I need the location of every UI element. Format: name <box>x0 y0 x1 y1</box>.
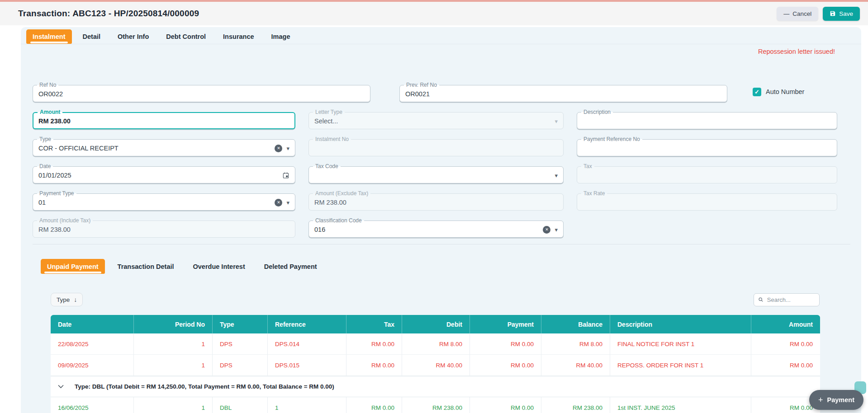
tab-insurance[interactable]: Insurance <box>217 29 261 44</box>
clear-icon[interactable]: ✕ <box>275 145 282 152</box>
column-header-reference[interactable]: Reference <box>268 315 346 333</box>
payment-type-field[interactable]: Payment Type 01 ✕ ▾ <box>33 193 295 211</box>
column-header-debit[interactable]: Debit <box>402 315 470 333</box>
ref-no-value: OR0022 <box>38 90 63 98</box>
cell-period-no: 1 <box>134 355 213 376</box>
collapse-chevron-icon[interactable] <box>58 385 64 389</box>
cell-amount: RM 0.00 <box>751 333 820 355</box>
prev-ref-no-value: OR0021 <box>405 90 430 98</box>
table-row[interactable]: 09/09/2025 1 DPS DPS.015 RM 0.00 RM 40.0… <box>51 355 820 376</box>
column-header-type[interactable]: Type <box>213 315 268 333</box>
header-actions: — Cancel Save <box>777 7 860 21</box>
column-header-period-no[interactable]: Period No <box>134 315 213 333</box>
chevron-down-icon[interactable]: ▾ <box>555 173 558 178</box>
section-divider <box>33 244 850 244</box>
auto-number-checkbox[interactable]: ✓ Auto Number <box>753 88 804 96</box>
save-button[interactable]: Save <box>823 7 860 21</box>
subtab-deleted-payment[interactable]: Deleted Payment <box>258 259 323 274</box>
save-button-label: Save <box>839 10 853 17</box>
instalment-no-label: Instalment No <box>313 136 351 142</box>
payment-reference-no-field[interactable]: Payment Reference No <box>577 139 837 156</box>
amount-exclude-tax-value: RM 238.00 <box>314 199 346 206</box>
cell-balance: RM 238.00 <box>541 397 610 413</box>
cancel-button[interactable]: — Cancel <box>777 7 818 21</box>
cell-period-no: 1 <box>134 333 213 355</box>
subtab-unpaid-payment[interactable]: Unpaid Payment <box>41 259 105 274</box>
cell-description: FINAL NOTICE FOR INST 1 <box>610 333 751 355</box>
payment-reference-no-label: Payment Reference No <box>581 136 642 142</box>
cell-tax: RM 0.00 <box>346 397 402 413</box>
calendar-icon[interactable] <box>282 172 289 179</box>
ref-no-field[interactable]: Ref No OR0022 <box>33 85 370 102</box>
amount-include-tax-field: Amount (Include Tax) RM 238.00 <box>33 221 295 238</box>
description-field[interactable]: Description <box>577 112 837 129</box>
classification-code-field[interactable]: Classification Code 016 ✕ ▾ <box>308 221 564 238</box>
tax-code-field[interactable]: Tax Code ▾ <box>308 166 564 183</box>
cell-date: 22/08/2025 <box>51 333 134 355</box>
amount-include-tax-value: RM 238.00 <box>38 226 71 233</box>
tax-field: Tax <box>577 166 837 183</box>
prev-ref-no-field[interactable]: Prev. Ref No OR0021 <box>399 85 727 102</box>
column-header-description[interactable]: Description <box>610 315 751 333</box>
amount-exclude-tax-field: Amount (Exclude Tax) RM 238.00 <box>308 193 564 211</box>
amount-field[interactable]: Amount RM 238.00 <box>33 112 295 129</box>
column-header-amount[interactable]: Amount <box>751 315 820 333</box>
ref-no-label: Ref No <box>37 82 58 88</box>
checkbox-checked-icon: ✓ <box>753 88 761 96</box>
search-icon <box>758 296 764 303</box>
cell-type: DPS <box>213 333 268 355</box>
cell-debit: RM 238.00 <box>402 397 470 413</box>
type-field[interactable]: Type COR - OFFICIAL RECEIPT ✕ ▾ <box>33 139 295 156</box>
search-box[interactable] <box>754 293 820 306</box>
repossession-notice: Repossesion letter issued! <box>21 44 861 56</box>
cell-reference: 1 <box>268 397 346 413</box>
tax-code-label: Tax Code <box>313 163 341 169</box>
page-title: Transaction: ABC123 - HP/20250814/000009 <box>18 9 199 19</box>
save-floppy-icon <box>830 10 836 17</box>
auto-number-label: Auto Number <box>766 88 804 95</box>
date-field[interactable]: Date 01/01/2025 <box>33 166 295 183</box>
group-row-dbl[interactable]: Type: DBL (Total Debit = RM 14,250.00, T… <box>51 376 820 397</box>
type-label: Type <box>37 136 53 142</box>
tab-detail[interactable]: Detail <box>76 29 107 44</box>
add-payment-label: Payment <box>827 396 854 404</box>
table-row[interactable]: 16/06/2025 1 DBL 1 RM 0.00 RM 238.00 RM … <box>51 397 820 413</box>
subtab-overdue-interest[interactable]: Overdue Interest <box>187 259 251 274</box>
cell-reference: DPS.015 <box>268 355 346 376</box>
tab-debt-control[interactable]: Debt Control <box>160 29 212 44</box>
column-header-payment[interactable]: Payment <box>470 315 541 333</box>
description-label: Description <box>581 109 613 115</box>
letter-type-field: Letter Type Select... ▾ <box>308 112 564 129</box>
sort-chip-label: Type <box>57 296 70 303</box>
letter-type-label: Letter Type <box>313 109 345 115</box>
tab-image[interactable]: Image <box>265 29 297 44</box>
transaction-panel: Instalment Detail Other Info Debt Contro… <box>21 27 861 413</box>
table-row[interactable]: 22/08/2025 1 DPS DPS.014 RM 0.00 RM 8.00… <box>51 333 820 355</box>
tab-other-info[interactable]: Other Info <box>111 29 155 44</box>
chevron-down-icon[interactable]: ▾ <box>555 227 558 233</box>
chevron-down-icon[interactable]: ▾ <box>286 145 289 151</box>
tab-instalment[interactable]: Instalment <box>26 29 72 44</box>
cell-payment: RM 0.00 <box>470 397 541 413</box>
cell-date: 09/09/2025 <box>51 355 134 376</box>
tax-rate-field: Tax Rate <box>577 193 837 211</box>
add-payment-button[interactable]: + Payment <box>809 390 863 410</box>
group-sort-chip[interactable]: Type ↓ <box>51 293 83 306</box>
classification-code-label: Classification Code <box>313 217 364 224</box>
cell-balance: RM 40.00 <box>541 355 610 376</box>
letter-type-placeholder: Select... <box>314 117 338 125</box>
chevron-down-icon[interactable]: ▾ <box>286 200 289 206</box>
tax-label: Tax <box>581 163 594 169</box>
subtab-transaction-detail[interactable]: Transaction Detail <box>111 259 180 274</box>
column-header-tax[interactable]: Tax <box>346 315 402 333</box>
cell-type: DBL <box>213 397 268 413</box>
search-input[interactable] <box>767 296 815 303</box>
plus-icon: + <box>818 396 823 404</box>
cell-amount: RM 0.00 <box>751 355 820 376</box>
column-header-date[interactable]: Date <box>51 315 134 333</box>
clear-icon[interactable]: ✕ <box>275 199 282 206</box>
unpaid-payment-grid: Date Period No Type Reference Tax Debit … <box>51 315 841 413</box>
clear-icon[interactable]: ✕ <box>543 226 550 234</box>
column-header-balance[interactable]: Balance <box>541 315 610 333</box>
classification-code-value: 016 <box>314 226 325 233</box>
